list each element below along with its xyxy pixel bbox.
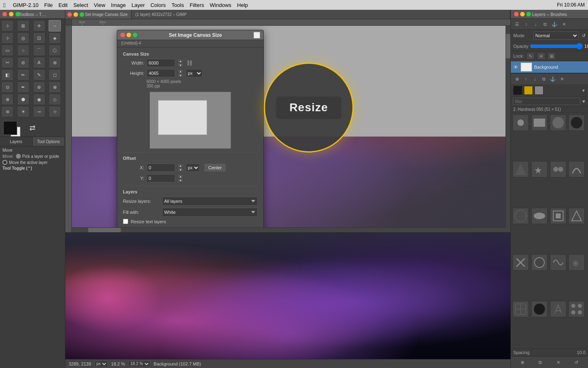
lower-layer-btn[interactable]: ↓	[532, 20, 540, 28]
brush-item-20[interactable]	[568, 301, 585, 317]
duplicate-layer-btn[interactable]: ⧉	[541, 20, 549, 28]
right-close[interactable]	[514, 12, 519, 16]
brush-item-12[interactable]	[568, 208, 585, 224]
horizontal-scrollbar[interactable]	[72, 227, 506, 232]
canvas-size-dialog[interactable]: Set Image Canvas Size [Untitled]-4 Canva…	[117, 30, 264, 232]
menu-view[interactable]: View	[94, 2, 105, 8]
y-input[interactable]	[147, 174, 175, 182]
scroll-thumb-h[interactable]	[88, 228, 121, 232]
right-min[interactable]	[520, 12, 525, 16]
tool-dodge[interactable]: ☀	[17, 106, 29, 117]
lock-pixels-btn[interactable]: ✎	[526, 52, 535, 60]
tool-eraser[interactable]: ◻	[49, 69, 61, 81]
tool-bucket[interactable]: ⊛	[49, 57, 61, 68]
menu-select[interactable]: Select	[74, 2, 88, 8]
height-input[interactable]	[147, 69, 175, 77]
win1-min[interactable]	[74, 12, 78, 17]
foreground-color[interactable]	[3, 121, 17, 135]
height-up[interactable]: ▲	[178, 69, 183, 73]
zoom-dropdown[interactable]: 18.2 %	[128, 361, 150, 367]
vertical-scrollbar[interactable]	[506, 26, 510, 232]
menu-tools[interactable]: Tools	[172, 2, 184, 8]
tool-measure[interactable]: ⊹	[49, 106, 61, 117]
y-up[interactable]: ▲	[178, 174, 183, 178]
tool-move[interactable]: ✛	[33, 20, 45, 31]
brush-item-15[interactable]	[550, 254, 566, 271]
width-input[interactable]	[147, 59, 175, 67]
right-max[interactable]	[526, 12, 531, 16]
brush-item-3[interactable]	[550, 114, 566, 131]
menu-help[interactable]: Help	[237, 2, 248, 8]
tool-paths[interactable]: ⊘	[17, 57, 29, 68]
x-unit-select[interactable]: px	[186, 164, 200, 172]
layer-visibility-icon[interactable]: 👁	[513, 64, 519, 70]
tool-heal[interactable]: ⊗	[1, 94, 13, 105]
menu-file[interactable]: File	[44, 2, 53, 8]
lower-icon[interactable]: ↓	[531, 75, 539, 83]
move-radio[interactable]	[16, 154, 21, 159]
tool-sharpen[interactable]: ◇	[49, 94, 61, 105]
tab-tool-options[interactable]: Tool Options	[33, 137, 65, 146]
win1-close[interactable]	[67, 12, 72, 17]
y-down[interactable]: ▼	[178, 178, 183, 182]
tool-blend[interactable]: ◧	[1, 69, 13, 81]
tool-text[interactable]: A	[33, 57, 45, 68]
tool-perspective[interactable]: ⬢	[17, 94, 29, 105]
tool-blur[interactable]: ◉	[33, 94, 45, 105]
brush-item-6[interactable]: ★	[531, 161, 548, 177]
brush-item-14[interactable]	[531, 254, 548, 271]
scroll-thumb-v[interactable]	[506, 34, 510, 58]
unit-select[interactable]: px mm in	[186, 69, 203, 77]
brush-item-4[interactable]	[568, 114, 585, 131]
menu-windows[interactable]: Windows	[210, 2, 232, 8]
tool-clone[interactable]: ⊕	[49, 81, 61, 93]
layer-row[interactable]: 👁 Background	[511, 61, 588, 73]
tool-crop[interactable]: ⊹	[1, 32, 13, 44]
tool-ink[interactable]: ✒	[17, 81, 29, 93]
tool-rotate[interactable]: ◎	[17, 32, 29, 44]
lock-alpha-btn[interactable]: ⊞	[548, 52, 556, 60]
brush-item-10[interactable]	[531, 208, 548, 224]
brush-item-5[interactable]	[512, 161, 529, 177]
tool-scale[interactable]: ⊡	[33, 32, 45, 44]
menu-filters[interactable]: Filters	[189, 2, 204, 8]
tool-ellipse[interactable]: ○	[17, 45, 29, 56]
brush-item-1[interactable]	[512, 114, 529, 131]
raise-layer-btn[interactable]: ↑	[522, 20, 530, 28]
brush-item-7[interactable]	[550, 161, 566, 177]
fill-with-select[interactable]: White Background Color Foreground Color …	[162, 208, 258, 217]
tool-smudge[interactable]: ≋	[1, 106, 13, 117]
win1-max[interactable]	[80, 12, 84, 17]
x-input[interactable]	[147, 164, 175, 172]
toolbox-zoom-btn[interactable]	[16, 12, 20, 16]
dialog-min[interactable]	[127, 33, 131, 37]
menu-colors[interactable]: Colors	[150, 2, 166, 8]
brush-item-11[interactable]	[550, 208, 566, 224]
dialog-close[interactable]	[120, 33, 125, 37]
width-down[interactable]: ▼	[178, 63, 183, 67]
duplicate-icon[interactable]: ⧉	[540, 75, 548, 83]
opacity-slider[interactable]	[530, 43, 583, 49]
tool-colorpick[interactable]: ⊸	[33, 106, 45, 117]
menu-layer[interactable]: Layer	[131, 2, 145, 8]
width-up[interactable]: ▲	[178, 59, 183, 63]
delete-layer-btn[interactable]: ✕	[560, 20, 568, 28]
new-layer-icon[interactable]: ⊕	[513, 75, 521, 83]
duplicate-brush-btn[interactable]: ⧉	[536, 358, 544, 366]
brush-item-9[interactable]	[512, 208, 529, 224]
dialog-max[interactable]	[133, 33, 137, 37]
brush-item-2[interactable]	[531, 114, 548, 131]
tool-shear[interactable]: ◈	[49, 32, 61, 44]
tool-mybrush[interactable]: ⊚	[33, 81, 45, 93]
canvas-scroll[interactable]: Set Image Canvas Size [Untitled]-4 Canva…	[72, 26, 510, 232]
y-spinner[interactable]: ▲ ▼	[178, 174, 183, 182]
raise-icon[interactable]: ↑	[522, 75, 530, 83]
resize-text-label[interactable]: Resize text layers	[131, 219, 166, 224]
lock-position-btn[interactable]: ✛	[537, 52, 545, 60]
tool-paintbrush[interactable]: ✎	[33, 69, 45, 81]
menu-image[interactable]: Image	[111, 2, 126, 8]
brush-item-13[interactable]	[512, 254, 529, 271]
unit-dropdown[interactable]: px	[94, 361, 108, 367]
brush-item-16[interactable]: ⊕	[568, 254, 585, 271]
brush-filter-input[interactable]	[513, 98, 580, 105]
